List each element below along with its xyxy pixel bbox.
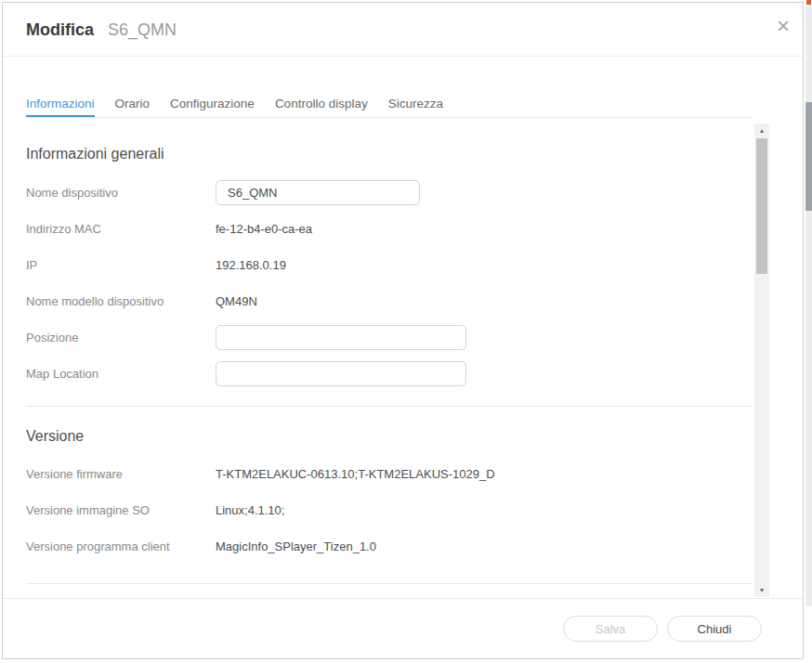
field-row-ip: IP 192.168.0.19 [26,247,753,283]
tab-orario[interactable]: Orario [115,97,151,117]
field-label: Versione programma client [26,540,216,553]
field-row-os-image: Versione immagine SO Linux;4.1.10; [26,492,753,528]
tab-sicurezza[interactable]: Sicurezza [388,97,443,117]
field-row-firmware: Versione firmware T-KTM2ELAKUC-0613.10;T… [26,456,753,492]
tab-informazioni[interactable]: Informazioni [26,97,95,117]
field-label: Map Location [26,367,216,381]
client-program-version-value: MagicInfo_SPlayer_Tizen_1.0 [216,540,376,553]
tab-controllo-display[interactable]: Controllo display [275,97,368,117]
posizione-input[interactable] [216,325,466,350]
field-label: Nome dispositivo [26,186,216,200]
version-rows: Versione firmware T-KTM2ELAKUC-0613.10;T… [26,456,753,565]
model-name-value: QM49N [216,294,257,308]
field-label: Posizione [26,331,216,344]
scroll-up-icon[interactable]: ▲ [754,124,769,136]
field-row-model-name: Nome modello dispositivo QM49N [26,283,753,319]
field-row-posizione: Posizione [26,319,753,356]
firmware-version-value: T-KTM2ELAKUC-0613.10;T-KTM2ELAKUS-1029_D [216,467,495,481]
section-heading-informazioni-generali: Informazioni generali [26,142,753,166]
os-image-version-value: Linux;4.1.10; [216,503,284,517]
field-row-mac: Indirizzo MAC fe-12-b4-e0-ca-ea [26,211,753,247]
general-info-rows: Nome dispositivo Indirizzo MAC fe-12-b4-… [26,175,753,392]
close-icon[interactable]: × [777,15,790,37]
dialog-title: Modifica [26,20,94,40]
tab-bar-border [26,117,753,118]
dialog-footer: Salva Chiudi [3,598,803,658]
field-row-map-location: Map Location [26,356,753,392]
scroll-down-icon[interactable]: ▼ [754,584,769,596]
dialog-header: Modifica S6_QMN × [3,3,803,57]
field-row-client-program: Versione programma client MagicInfo_SPla… [26,528,753,565]
tab-configurazione[interactable]: Configurazione [170,97,255,117]
tab-bar: Informazioni Orario Configurazione Contr… [26,97,443,117]
ip-value: 192.168.0.19 [216,258,286,272]
save-button[interactable]: Salva [563,616,658,642]
close-button[interactable]: Chiudi [667,616,762,642]
field-label: Versione firmware [26,467,216,481]
edit-device-dialog: Modifica S6_QMN × Informazioni Orario Co… [2,2,804,659]
field-label: Versione immagine SO [26,503,216,517]
section-divider [26,583,753,584]
device-name-input[interactable] [216,180,420,205]
section-heading-versione: Versione [26,424,753,448]
scroll-content: Informazioni generali Nome dispositivo I… [26,124,753,597]
field-label: Indirizzo MAC [26,222,216,236]
browser-scrollbar-thumb[interactable] [805,102,812,211]
mac-address-value: fe-12-b4-e0-ca-ea [216,222,312,236]
map-location-input[interactable] [216,361,466,386]
field-label: IP [26,258,216,272]
dialog-subtitle: S6_QMN [108,20,177,40]
field-label: Nome modello dispositivo [26,294,216,308]
dialog-scrollbar[interactable]: ▲ ▼ [754,124,769,597]
field-row-device-name: Nome dispositivo [26,175,753,211]
browser-scrollbar-track[interactable] [805,5,812,606]
scrollbar-thumb[interactable] [756,138,767,274]
section-divider [26,406,753,407]
